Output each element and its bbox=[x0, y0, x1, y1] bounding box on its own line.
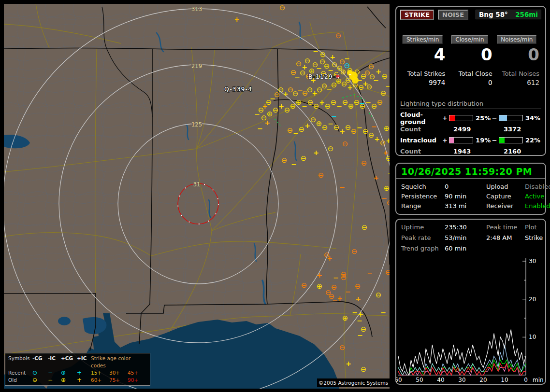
svg-text:⊖: ⊖ bbox=[287, 126, 293, 135]
persistence-value: 90 min bbox=[445, 193, 486, 200]
age-60: 60+ bbox=[91, 377, 109, 384]
lightning-type-distribution: Lightning type distribution Cloud-ground… bbox=[400, 100, 541, 157]
svg-text:⊖: ⊖ bbox=[296, 59, 302, 68]
svg-text:⊖: ⊖ bbox=[325, 102, 331, 111]
svg-text:⊖: ⊖ bbox=[385, 268, 390, 277]
svg-text:⊖: ⊖ bbox=[281, 156, 288, 165]
persistence-label: Persistence bbox=[401, 193, 445, 200]
svg-text:−: − bbox=[357, 331, 363, 339]
svg-text:30: 30 bbox=[458, 377, 465, 383]
legend-col-neg-cg: -CG bbox=[32, 355, 48, 369]
svg-text:⊖: ⊖ bbox=[366, 83, 373, 91]
total-noises-value: 612 bbox=[494, 79, 539, 86]
circle-minus-icon: ⊖ bbox=[32, 369, 48, 377]
svg-text:−: − bbox=[365, 98, 371, 106]
intracloud-label: Intracloud bbox=[400, 137, 442, 144]
plot-value: Strike bbox=[525, 234, 543, 241]
age-90: 90+ bbox=[128, 377, 147, 384]
copyright: ©2005 Astrogenic Systems bbox=[317, 378, 390, 387]
svg-text:⊖: ⊖ bbox=[382, 72, 388, 81]
age-45: 45+ bbox=[128, 369, 147, 377]
svg-text:⊖: ⊖ bbox=[352, 81, 359, 89]
svg-text:⊖: ⊖ bbox=[380, 139, 386, 147]
bearing-range-value: 256mi bbox=[515, 11, 538, 18]
svg-text:+: + bbox=[347, 84, 353, 91]
svg-text:⊕: ⊕ bbox=[317, 282, 323, 291]
svg-text:+: + bbox=[264, 119, 270, 126]
cg-plus-count: 2499 bbox=[453, 126, 504, 133]
legend-row-recent: Recent bbox=[8, 369, 32, 377]
svg-text:125: 125 bbox=[191, 121, 202, 128]
svg-text:+: + bbox=[337, 294, 343, 302]
close-per-min-value: 0 bbox=[447, 45, 492, 64]
svg-text:−: − bbox=[352, 308, 358, 316]
strike-stats-panel: STRIKE NOISE Bng 58° 256mi Strikes/min 4… bbox=[395, 6, 546, 156]
peak-rate-label: Peak rate bbox=[401, 234, 445, 241]
ic-plus-count: 1943 bbox=[453, 148, 504, 155]
intracloud-row: Intracloud + 19% − 22% bbox=[400, 135, 541, 145]
noises-per-min-column: Noises/min 0 Total Noises 612 bbox=[494, 34, 541, 86]
svg-text:⊖: ⊖ bbox=[351, 247, 358, 256]
svg-text:−: − bbox=[339, 183, 345, 191]
total-close-label: Total Close bbox=[447, 70, 492, 77]
range-value: 313 mi bbox=[445, 202, 486, 210]
legend-col-pos-ic: +IC bbox=[77, 355, 91, 369]
svg-text:⊖: ⊖ bbox=[362, 223, 368, 232]
svg-text:⊖: ⊖ bbox=[380, 89, 387, 98]
svg-text:⊕: ⊕ bbox=[267, 110, 273, 118]
minus-sign: − bbox=[492, 137, 497, 144]
svg-text:−: − bbox=[381, 194, 387, 202]
svg-text:⊖: ⊖ bbox=[301, 281, 307, 290]
svg-text:+: + bbox=[330, 53, 335, 61]
svg-text:⊖: ⊖ bbox=[333, 123, 340, 132]
svg-text:⊖: ⊖ bbox=[377, 98, 383, 107]
receiver-label: Receiver bbox=[486, 202, 525, 210]
svg-text:⊕: ⊕ bbox=[384, 184, 390, 193]
svg-text:40: 40 bbox=[437, 377, 444, 383]
svg-text:⊖: ⊖ bbox=[339, 343, 346, 352]
svg-text:⊖: ⊖ bbox=[279, 4, 286, 12]
svg-text:313: 313 bbox=[191, 6, 202, 13]
count-label: Count bbox=[400, 126, 453, 133]
strikes-per-min-label[interactable]: Strikes/min bbox=[403, 35, 443, 44]
intracloud-count-row: Count 1943 2160 bbox=[400, 145, 541, 157]
svg-text:⊖: ⊖ bbox=[368, 62, 375, 71]
svg-text:⊖: ⊖ bbox=[318, 171, 324, 180]
noises-per-min-label[interactable]: Noises/min bbox=[497, 35, 536, 44]
capture-status: Active bbox=[525, 193, 550, 200]
distribution-title: Lightning type distribution bbox=[400, 100, 541, 109]
svg-text:−: − bbox=[367, 269, 373, 277]
svg-text:+: + bbox=[304, 122, 310, 129]
radar-map[interactable]: ⊖⊖⊕−+⊖⊖⊖−⊖⊖⊕⊖+⊖⊖+⊖⊖−⊖⊖⊕⊖⊕⊖−⊖⊖⊖−+⊖⊖⊖+⊖⊕⊖−… bbox=[4, 4, 390, 389]
svg-text:⊖: ⊖ bbox=[322, 123, 328, 132]
total-noises-label: Total Noises bbox=[494, 70, 539, 77]
svg-text:−: − bbox=[373, 76, 379, 84]
svg-text:⊖: ⊖ bbox=[361, 365, 367, 374]
close-per-min-label[interactable]: Close/min bbox=[451, 35, 488, 44]
cloud-ground-row: Cloud-ground + 25% − 34% bbox=[400, 113, 541, 123]
bearing-display[interactable]: Bng 58° 256mi bbox=[476, 10, 541, 19]
svg-text:−: − bbox=[359, 99, 365, 107]
cg-plus-pct: 25% bbox=[475, 114, 492, 122]
svg-text:⊖: ⊖ bbox=[355, 282, 361, 291]
app-window: ⊖⊖⊕−+⊖⊖⊖−⊖⊖⊕⊖+⊖⊖+⊖⊖−⊖⊖⊕⊖⊕⊖−⊖⊖⊖−+⊖⊖⊖+⊖⊕⊖−… bbox=[0, 0, 550, 392]
svg-text:+: + bbox=[339, 127, 345, 135]
svg-text:⊖: ⊖ bbox=[331, 283, 337, 292]
squelch-value: 0 bbox=[445, 183, 486, 190]
svg-text:⊖: ⊖ bbox=[362, 127, 369, 136]
svg-text:B-1129-4: B-1129-4 bbox=[308, 73, 340, 80]
total-close-value: 0 bbox=[447, 79, 492, 86]
svg-text:+: + bbox=[313, 149, 319, 156]
svg-text:+: + bbox=[355, 295, 361, 303]
svg-text:⊖: ⊖ bbox=[376, 291, 382, 299]
svg-text:⊕: ⊕ bbox=[348, 102, 354, 111]
svg-text:−: − bbox=[333, 274, 339, 281]
divider bbox=[396, 178, 545, 179]
noise-mode-button[interactable]: NOISE bbox=[438, 10, 468, 20]
svg-text:−: − bbox=[380, 308, 386, 316]
svg-text:⊖: ⊖ bbox=[290, 102, 296, 111]
age-15: 15+ bbox=[91, 369, 109, 377]
legend-age-title: Strike age color codes bbox=[91, 355, 147, 369]
strike-mode-button[interactable]: STRIKE bbox=[400, 10, 434, 20]
svg-text:−: − bbox=[331, 112, 337, 120]
